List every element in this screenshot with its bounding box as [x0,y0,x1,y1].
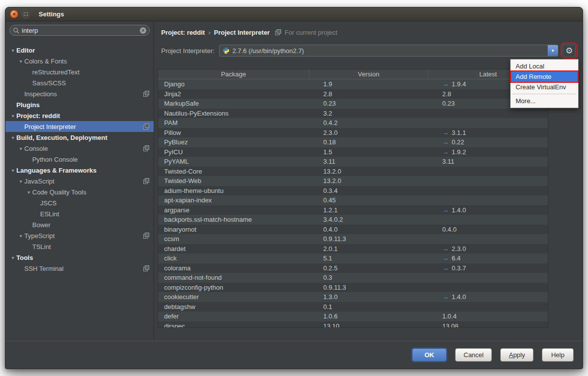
chevron-right-icon: › [208,29,210,36]
table-row[interactable]: command-not-found0.3 [158,273,548,283]
table-row[interactable]: backports.ssl-match-hostname3.4.0.2 [158,215,548,225]
help-button[interactable]: Help [542,348,574,362]
table-row[interactable]: binaryornot0.4.00.4.0 [158,225,548,235]
table-row[interactable]: PyICU1.5→1.9.2 [158,147,548,157]
menu-item-add-remote[interactable]: Add Remote [511,71,578,82]
tree-item-tools[interactable]: ▾Tools [5,252,154,263]
settings-search-box[interactable]: × [9,25,150,36]
tree-item-build-execution-deployment[interactable]: ▾Build, Execution, Deployment [5,132,154,143]
clear-search-icon[interactable]: × [140,27,146,34]
table-row[interactable]: PAM0.4.2 [158,118,548,128]
package-latest-cell: →1.4.0 [428,205,548,215]
package-table-header[interactable]: PackageVersionLatest [158,69,548,79]
tree-item-editor[interactable]: ▾Editor [5,45,154,56]
expand-arrow-icon[interactable]: ▾ [17,59,24,64]
package-latest-cell: →2.3.0 [428,244,548,254]
maximize-icon[interactable] [21,10,30,18]
table-row[interactable]: Pillow2.3.0→3.1.1 [158,128,548,138]
menu-item-more[interactable]: More... [511,96,578,106]
search-input[interactable] [22,27,137,34]
chevron-down-icon: ▼ [551,49,555,53]
package-name-cell: Twisted-Core [158,167,309,177]
table-row[interactable]: Jinja22.82.8 [158,89,548,99]
table-row[interactable]: Nautilus-PyExtensions3.2 [158,109,548,119]
table-row[interactable]: apt-xapian-index0.45 [158,195,548,205]
column-header-version[interactable]: Version [309,69,428,79]
interpreter-combobox[interactable]: 2.7.6 (/usr/bin/python2.7) ▼ [219,45,558,57]
expand-arrow-icon[interactable]: ▾ [25,189,32,195]
tree-item-project-reddit[interactable]: ▾Project: reddit [5,110,154,121]
tree-item-python-console[interactable]: Python Console [5,154,154,165]
package-version-cell: 1.2.1 [309,205,428,215]
package-latest-cell: →1.4.0 [428,292,548,302]
tree-item-console[interactable]: ▾Console [5,143,154,154]
package-latest-cell: →6.4 [428,253,548,263]
package-latest-cell [428,176,548,186]
tree-item-plugins[interactable]: Plugins [5,99,154,110]
tree-item-code-quality-tools[interactable]: ▾Code Quality Tools [5,187,154,197]
package-latest-cell: →0.3.7 [428,263,548,273]
package-latest-cell [428,167,548,177]
table-row[interactable]: PyBluez0.18→0.22 [158,137,548,147]
table-row[interactable]: cookiecutter1.3.0→1.4.0 [158,292,548,302]
package-latest-value: 2.8 [442,89,451,99]
table-row[interactable]: defer1.0.61.0.4 [158,312,548,321]
package-name-cell: MarkupSafe [158,99,309,109]
expand-arrow-icon[interactable]: ▾ [9,113,16,119]
tree-item-tslint[interactable]: TSLint [5,241,154,252]
table-row[interactable]: argparse1.2.1→1.4.0 [158,205,548,215]
cancel-button[interactable]: Cancel [455,348,492,362]
ok-button[interactable]: OK [412,348,447,362]
table-row[interactable]: debtagshw0.1 [158,302,548,312]
table-row[interactable]: compizconfig-python0.9.11.3 [158,283,548,293]
close-icon[interactable]: × [10,10,18,18]
package-table-body: Django1.9→1.9.4Jinja22.82.8MarkupSafe0.2… [158,79,548,328]
table-row[interactable]: colorama0.2.5→0.3.7 [158,263,548,273]
apply-button[interactable]: Apply [500,348,533,362]
table-row[interactable]: Twisted-Web13.2.0 [158,176,548,186]
tree-item-javascript[interactable]: ▾JavaScript [5,176,154,187]
expand-arrow-icon[interactable]: ▾ [17,146,24,151]
package-latest-value: 1.4.0 [452,205,466,215]
table-row[interactable]: Django1.9→1.9.4 [158,79,548,89]
titlebar[interactable]: × Settings [5,7,583,21]
package-version-cell: 0.9.11.3 [309,283,428,293]
table-row[interactable]: dirspec13.1013.08 [158,321,548,328]
expand-arrow-icon[interactable]: ▾ [17,179,24,184]
package-latest-cell [428,302,548,312]
tree-item-jscs[interactable]: JSCS [5,197,154,208]
tree-item-eslint[interactable]: ESLint [5,208,154,219]
combo-dropdown-button[interactable]: ▼ [547,45,558,56]
expand-arrow-icon[interactable]: ▾ [9,48,16,53]
table-row[interactable]: MarkupSafe0.230.23 [158,99,548,109]
package-name-cell: backports.ssl-match-hostname [158,215,309,225]
expand-arrow-icon[interactable]: ▾ [9,135,16,140]
package-latest-value: 1.0.4 [442,312,457,321]
package-name-cell: PyICU [158,147,309,157]
tree-item-colors-fonts[interactable]: ▾Colors & Fonts [5,56,154,66]
tree-item-typescript[interactable]: ▾TypeScript [5,230,154,241]
table-row[interactable]: adium-theme-ubuntu0.3.4 [158,186,548,196]
tree-item-ssh-terminal[interactable]: SSH Terminal [5,263,154,274]
table-row[interactable]: ccsm0.9.11.3 [158,234,548,244]
gear-button[interactable]: ⚙ [563,45,576,57]
package-name-cell: Nautilus-PyExtensions [158,109,309,119]
tree-item-sass-scss[interactable]: Sass/SCSS [5,77,154,88]
menu-item-add-local[interactable]: Add Local [511,61,578,71]
table-row[interactable]: Twisted-Core13.2.0 [158,167,548,177]
tree-item-restructuredtext[interactable]: reStructuredText [5,66,154,77]
table-row[interactable]: chardet2.0.1→2.3.0 [158,244,548,254]
table-row[interactable]: PyYAML3.113.11 [158,157,548,167]
expand-arrow-icon[interactable]: ▾ [9,255,16,260]
tree-item-inspections[interactable]: Inspections [5,88,154,99]
column-header-package[interactable]: Package [158,69,309,79]
expand-arrow-icon[interactable]: ▾ [9,168,16,173]
table-row[interactable]: click5.1→6.4 [158,253,548,263]
expand-arrow-icon[interactable]: ▾ [17,233,24,239]
tree-item-project-interpreter[interactable]: Project Interpreter [5,121,154,132]
menu-item-create-virtualenv[interactable]: Create VirtualEnv [511,82,578,92]
tree-item-languages-frameworks[interactable]: ▾Languages & Frameworks [5,165,154,176]
tree-item-bower[interactable]: Bower [5,219,154,230]
scope-icon [143,124,149,129]
breadcrumb-project[interactable]: Project: reddit [161,29,205,36]
